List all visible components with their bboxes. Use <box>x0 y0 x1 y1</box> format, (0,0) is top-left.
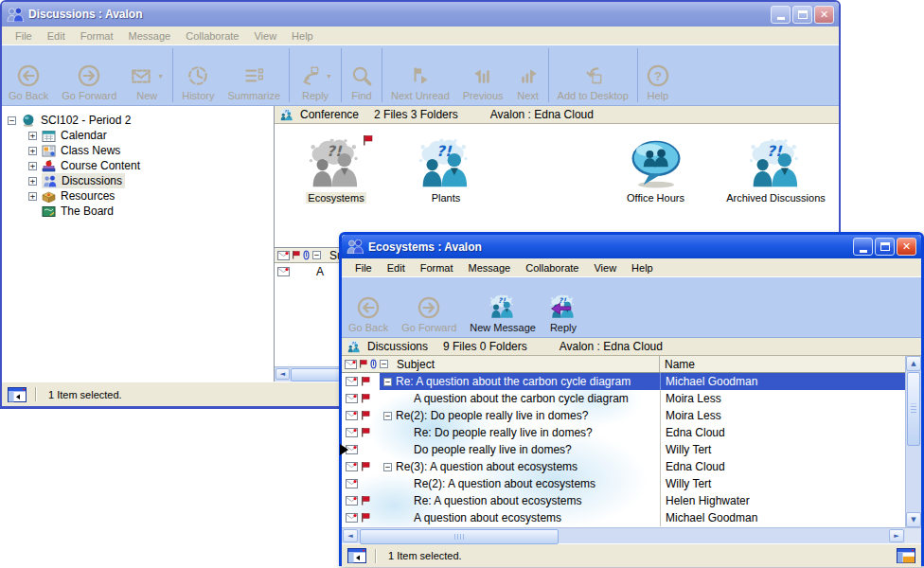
menu-collaborate[interactable]: Collaborate <box>518 260 586 275</box>
menu-edit[interactable]: Edit <box>380 260 413 275</box>
scroll-right-icon[interactable]: ► <box>889 529 904 542</box>
scroll-left-icon[interactable]: ◄ <box>275 368 290 380</box>
collapse-thread-icon[interactable]: − <box>383 463 392 471</box>
tree-item-class-news[interactable]: + Class News <box>2 143 274 158</box>
message-row[interactable]: A question about ecosystems Michael Good… <box>342 509 921 526</box>
dropdown-arrow-icon[interactable]: ▼ <box>157 73 164 80</box>
close-button[interactable]: ✕ <box>897 238 916 256</box>
horizontal-scrollbar[interactable]: ◄ ► <box>342 527 921 543</box>
toolbar-help[interactable]: ? Help <box>640 45 676 105</box>
expand-icon[interactable]: + <box>28 162 37 170</box>
message-row[interactable]: Re(2): A question about ecosystems Willy… <box>342 475 921 492</box>
toolbar-next-unread[interactable]: Next Unread <box>384 45 456 105</box>
toolbar-reply[interactable]: Reply <box>542 277 584 337</box>
paperclip-column-icon[interactable] <box>303 250 310 260</box>
menu-file[interactable]: File <box>8 28 40 44</box>
vertical-scrollbar[interactable]: ▲ ▼ <box>905 356 921 527</box>
message-row[interactable]: −Re: A question about the carbon cycle d… <box>342 373 921 390</box>
minimize-button[interactable] <box>853 238 873 256</box>
column-divider[interactable] <box>659 356 660 372</box>
toolbar-go-back[interactable]: Go Back <box>342 277 395 337</box>
tree-item-course-content[interactable]: + Course Content <box>2 158 274 173</box>
scroll-down-icon[interactable]: ▼ <box>906 512 921 527</box>
menu-help[interactable]: Help <box>624 260 661 275</box>
menu-format[interactable]: Format <box>413 260 461 275</box>
toolbar-find[interactable]: Find <box>344 45 380 105</box>
envelope-column-icon[interactable] <box>345 360 357 369</box>
scrollbar-thumb[interactable] <box>907 372 920 446</box>
toolbar: Go Back Go Forward New Message Reply <box>342 277 921 338</box>
tree-root-sci102[interactable]: − SCI102 - Period 2 <box>2 113 274 128</box>
collapse-all-icon[interactable]: − <box>380 360 388 368</box>
conference-type-label: Conference <box>300 108 359 121</box>
paperclip-column-icon[interactable] <box>370 359 377 369</box>
menu-view[interactable]: View <box>246 28 284 44</box>
scrollbar-thumb[interactable] <box>360 529 559 544</box>
message-author: Willy Tert <box>660 475 905 492</box>
toolbar-go-back[interactable]: Go Back <box>2 45 55 105</box>
message-row[interactable]: Re: Do people really live in domes? Edna… <box>342 424 921 441</box>
conference-ecosystems[interactable]: Ecosystems <box>284 137 388 204</box>
tree-item-resources[interactable]: + Resources <box>2 188 274 204</box>
collapse-thread-icon[interactable]: − <box>383 412 392 420</box>
menu-format[interactable]: Format <box>73 28 121 44</box>
toolbar-reply[interactable]: ▼ Reply <box>292 45 339 105</box>
tree-item-calendar[interactable]: + Calendar <box>2 128 274 143</box>
menu-collaborate[interactable]: Collaborate <box>178 28 246 44</box>
tree-item-the-board[interactable]: The Board <box>2 204 274 219</box>
toolbar-next[interactable]: Next <box>510 45 546 105</box>
toolbar-go-forward[interactable]: Go Forward <box>55 45 123 105</box>
menu-message[interactable]: Message <box>461 260 519 275</box>
menu-view[interactable]: View <box>586 260 624 275</box>
minimize-button[interactable] <box>771 6 791 24</box>
collapse-thread-icon[interactable]: − <box>383 378 392 386</box>
titlebar[interactable]: Discussions : Avalon ✕ <box>2 2 839 27</box>
name-column-header[interactable]: Name <box>665 358 695 371</box>
resources-icon <box>42 190 56 203</box>
toolbar-history[interactable]: History <box>175 45 221 105</box>
expand-icon[interactable]: + <box>28 147 37 155</box>
flag-column-icon[interactable] <box>360 360 367 368</box>
message-row[interactable]: A question about the carbon cycle diagra… <box>342 390 921 407</box>
tree-item-discussions[interactable]: + Discussions <box>2 173 274 188</box>
expand-icon[interactable]: + <box>28 177 37 186</box>
menu-message[interactable]: Message <box>121 28 179 44</box>
archived-discussions-icon <box>747 137 806 190</box>
collapse-all-icon[interactable]: − <box>312 251 321 259</box>
menu-help[interactable]: Help <box>284 28 321 44</box>
envelope-column-icon[interactable] <box>277 251 290 260</box>
expand-icon[interactable]: + <box>28 132 37 140</box>
message-row[interactable]: −Re(2): Do people really live in domes? … <box>342 407 921 424</box>
message-row[interactable]: Do people really live in domes? Willy Te… <box>342 441 921 458</box>
expand-icon[interactable]: + <box>28 192 37 201</box>
course-tree: − SCI102 - Period 2 + Calendar + <box>2 106 275 382</box>
flag-column-icon[interactable] <box>293 251 300 259</box>
titlebar[interactable]: Ecosystems : Avalon ✕ <box>342 235 921 258</box>
scroll-left-icon[interactable]: ◄ <box>343 529 358 542</box>
conference-archived-discussions[interactable]: Archived Discussions <box>712 137 840 204</box>
message-row[interactable]: Re: A question about ecosystems Helen Hi… <box>342 492 921 509</box>
flag-icon <box>364 135 373 146</box>
conference-plants[interactable]: Plants <box>394 137 498 204</box>
pane-toggle-icon[interactable] <box>347 548 366 563</box>
maximize-button[interactable] <box>792 6 812 24</box>
subject-column-header[interactable]: Subject <box>397 358 435 371</box>
menu-file[interactable]: File <box>347 260 380 275</box>
maximize-button[interactable] <box>875 238 895 256</box>
toolbar-previous[interactable]: Previous <box>456 45 510 105</box>
toolbar-new[interactable]: ▼ New <box>123 45 170 105</box>
scroll-up-icon[interactable]: ▲ <box>906 356 921 371</box>
pane-toggle-icon[interactable] <box>8 387 27 402</box>
view-toggle-icon[interactable] <box>897 548 915 563</box>
conference-account: Avalon : Edna Cloud <box>490 108 594 121</box>
dropdown-arrow-icon[interactable]: ▼ <box>326 73 332 80</box>
toolbar-summarize[interactable]: Summarize <box>221 45 287 105</box>
message-row[interactable]: −Re(3): A question about ecosystems Edna… <box>342 458 921 475</box>
toolbar-go-forward[interactable]: Go Forward <box>395 277 463 337</box>
toolbar-new-message[interactable]: New Message <box>463 277 542 337</box>
collapse-icon[interactable]: − <box>8 116 16 125</box>
conference-office-hours[interactable]: Office Hours <box>601 137 710 204</box>
close-button[interactable]: ✕ <box>814 6 834 24</box>
menu-edit[interactable]: Edit <box>40 28 73 44</box>
toolbar-add-to-desktop[interactable]: Add to Desktop <box>551 45 635 105</box>
